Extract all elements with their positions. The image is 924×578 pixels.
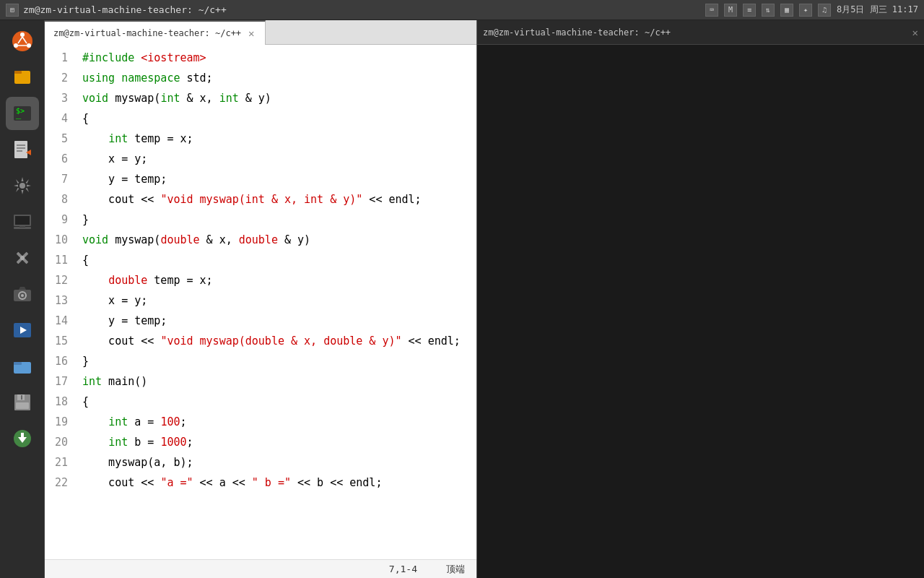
folder-sidebar-icon[interactable] xyxy=(6,350,39,383)
second-tab-title: zm@zm-virtual-machine-teacher: ~/c++ xyxy=(483,27,671,38)
titlebar: ⊞ zm@zm-virtual-machine-teacher: ~/c++ ⌨… xyxy=(0,0,924,20)
line-content-14: y = temp; xyxy=(79,311,476,331)
camera-sidebar-icon[interactable] xyxy=(6,277,39,311)
editor-sidebar-icon[interactable] xyxy=(6,133,39,166)
svg-point-27 xyxy=(21,294,24,297)
line-content-20: int b = 1000; xyxy=(79,432,476,452)
line-num-16: 16 xyxy=(45,351,79,371)
tab-1-label: zm@zm-virtual-machine-teacher: ~/c++ xyxy=(53,28,241,38)
line-content-15: cout << "void myswap(double & x, double … xyxy=(79,331,476,351)
svg-rect-12 xyxy=(14,141,27,158)
line-num-22: 22 xyxy=(45,473,79,493)
scroll-position: 顶端 xyxy=(446,563,465,576)
line-num-18: 18 xyxy=(45,392,79,412)
code-line-22: 22 cout << "a =" << a << " b =" << b << … xyxy=(45,473,476,493)
download-sidebar-icon[interactable] xyxy=(6,422,39,455)
line-content-18: { xyxy=(79,392,476,412)
titlebar-icon: ⊞ xyxy=(6,4,19,17)
tab-1-close[interactable]: ✕ xyxy=(247,27,256,39)
line-num-2: 2 xyxy=(45,68,79,88)
line-num-6: 6 xyxy=(45,149,79,169)
line-num-4: 4 xyxy=(45,108,79,129)
line-num-1: 1 xyxy=(45,48,79,68)
line-content-19: int a = 100; xyxy=(79,412,476,432)
code-line-6: 6 x = y; xyxy=(45,149,476,169)
line-content-9: } xyxy=(79,210,476,230)
svg-rect-35 xyxy=(16,402,29,409)
line-num-12: 12 xyxy=(45,270,79,290)
network-icon[interactable]: ≡ xyxy=(743,4,756,17)
line-content-1: #include <iostream> xyxy=(79,48,476,68)
svg-rect-34 xyxy=(21,395,22,400)
monitor-icon[interactable]: M xyxy=(724,4,737,17)
audio-icon[interactable]: ⇅ xyxy=(762,4,775,17)
bluetooth-icon[interactable]: ✦ xyxy=(799,4,812,17)
line-content-10: void myswap(double & x, double & y) xyxy=(79,230,476,250)
titlebar-right: ⌨ M ≡ ⇅ ▦ ✦ ♫ 8月5日 周三 11:17 xyxy=(705,4,918,17)
line-content-7: y = temp; xyxy=(79,169,476,189)
line-content-21: myswap(a, b); xyxy=(79,452,476,473)
volume-icon[interactable]: ♫ xyxy=(818,4,831,17)
line-num-19: 19 xyxy=(45,412,79,432)
second-tab-close-button[interactable]: ✕ xyxy=(912,27,918,38)
line-num-13: 13 xyxy=(45,290,79,311)
line-content-8: cout << "void myswap(int & x, int & y)" … xyxy=(79,189,476,210)
line-num-11: 11 xyxy=(45,250,79,270)
system-sidebar-icon[interactable] xyxy=(6,205,39,238)
tools-sidebar-icon[interactable] xyxy=(6,241,39,275)
second-tab-content[interactable] xyxy=(477,45,924,578)
code-line-21: 21 myswap(a, b); xyxy=(45,452,476,473)
line-content-2: using namespace std; xyxy=(79,68,476,88)
line-num-20: 20 xyxy=(45,432,79,452)
editor-area: zm@zm-virtual-machine-teacher: ~/c++ ✕ 1… xyxy=(45,20,476,578)
code-line-4: 4 { xyxy=(45,108,476,129)
code-line-10: 10 void myswap(double & x, double & y) xyxy=(45,230,476,250)
code-line-1: 1 #include <iostream> xyxy=(45,48,476,68)
keyboard-icon[interactable]: ⌨ xyxy=(705,4,718,17)
svg-rect-31 xyxy=(14,362,22,365)
line-content-17: int main() xyxy=(79,371,476,392)
settings-sidebar-icon[interactable] xyxy=(6,169,39,202)
line-num-8: 8 xyxy=(45,189,79,210)
line-num-15: 15 xyxy=(45,331,79,351)
status-bar: 7,1-4 顶端 xyxy=(45,559,476,578)
code-line-15: 15 cout << "void myswap(double & x, doub… xyxy=(45,331,476,351)
code-line-2: 2 using namespace std; xyxy=(45,68,476,88)
media-sidebar-icon[interactable] xyxy=(6,314,39,347)
line-content-3: void myswap(int & x, int & y) xyxy=(79,88,476,108)
svg-rect-8 xyxy=(14,71,22,74)
code-line-17: 17 int main() xyxy=(45,371,476,392)
line-num-5: 5 xyxy=(45,129,79,149)
svg-text:$>: $> xyxy=(16,107,25,115)
tab-bar: zm@zm-virtual-machine-teacher: ~/c++ ✕ xyxy=(45,20,476,45)
code-line-9: 9 } xyxy=(45,210,476,230)
code-line-12: 12 double temp = x; xyxy=(45,270,476,290)
floppy-sidebar-icon[interactable] xyxy=(6,386,39,419)
line-num-14: 14 xyxy=(45,311,79,331)
code-line-13: 13 x = y; xyxy=(45,290,476,311)
svg-rect-13 xyxy=(17,144,25,146)
ubuntu-sidebar-icon[interactable] xyxy=(6,25,39,58)
line-num-7: 7 xyxy=(45,169,79,189)
svg-point-24 xyxy=(20,256,25,260)
svg-point-3 xyxy=(14,43,18,48)
titlebar-title: zm@zm-virtual-machine-teacher: ~/c++ xyxy=(23,4,227,15)
terminal-sidebar-icon[interactable]: _$> xyxy=(6,97,39,130)
line-content-4: { xyxy=(79,108,476,129)
code-line-16: 16 } xyxy=(45,351,476,371)
svg-point-17 xyxy=(19,183,25,189)
line-num-10: 10 xyxy=(45,230,79,250)
cursor-position: 7,1-4 xyxy=(389,564,417,574)
main-layout: _$> zm@zm-vi xyxy=(0,20,924,578)
code-line-3: 3 void myswap(int & x, int & y) xyxy=(45,88,476,108)
files-sidebar-icon[interactable] xyxy=(6,61,39,94)
code-editor[interactable]: 1 #include <iostream> 2 using namespace … xyxy=(45,45,476,559)
code-line-14: 14 y = temp; xyxy=(45,311,476,331)
line-content-22: cout << "a =" << a << " b =" << b << end… xyxy=(79,473,476,493)
second-tab-bar: zm@zm-virtual-machine-teacher: ~/c++ ✕ xyxy=(477,20,924,45)
code-line-11: 11 { xyxy=(45,250,476,270)
line-content-12: double temp = x; xyxy=(79,270,476,290)
display-icon[interactable]: ▦ xyxy=(780,4,793,17)
svg-rect-19 xyxy=(15,216,30,225)
tab-1[interactable]: zm@zm-virtual-machine-teacher: ~/c++ ✕ xyxy=(45,20,266,45)
